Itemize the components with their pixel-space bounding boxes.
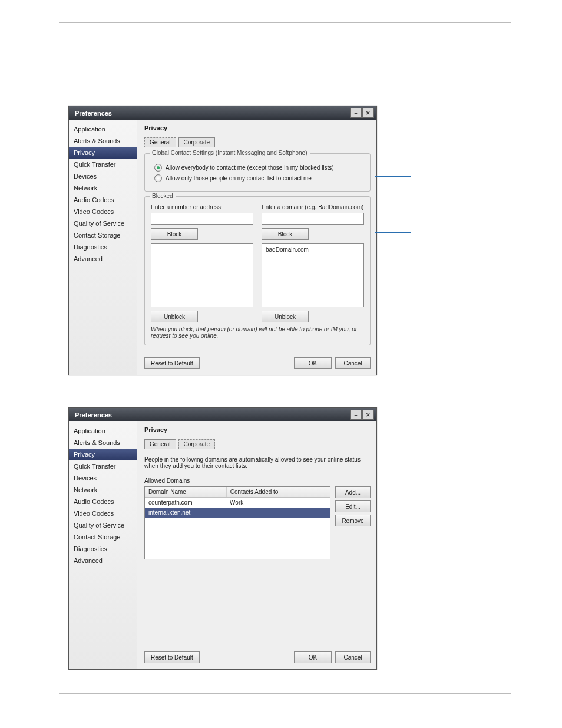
window-title: Preferences [75,411,112,419]
domain-label: Enter a domain: (e.g. BadDomain.com) [262,204,364,210]
allowed-domains-heading: Allowed Domains [144,477,371,484]
sidebar-item-alerts-sounds[interactable]: Alerts & Sounds [69,135,137,147]
address-input[interactable] [151,213,253,225]
list-item[interactable]: badDomain.com [266,246,360,253]
sidebar-item-diagnostics[interactable]: Diagnostics [69,543,137,555]
radio-allow-contacts-only[interactable] [154,174,162,182]
table-row[interactable]: internal.xten.net [145,508,330,518]
sidebar-item-network[interactable]: Network [69,182,137,194]
window-title: Preferences [75,110,112,117]
ok-button[interactable]: OK [294,357,332,369]
address-label: Enter a number or address: [151,204,253,210]
sidebar-item-advanced[interactable]: Advanced [69,555,137,566]
tab-general[interactable]: General [144,439,176,449]
sidebar: Application Alerts & Sounds Privacy Quic… [69,421,137,669]
radio-allow-everybody-label: Allow everybody to contact me (except th… [166,164,334,171]
sidebar-item-devices[interactable]: Devices [69,472,137,484]
sidebar-item-contact-storage[interactable]: Contact Storage [69,229,137,241]
add-button[interactable]: Add... [335,486,371,498]
minimize-button[interactable]: – [350,410,362,420]
remove-button[interactable]: Remove [335,515,371,526]
ok-button[interactable]: OK [294,651,332,663]
blocked-domains-list[interactable]: badDomain.com [262,243,364,307]
group-legend: Global Contact Settings (Instant Messagi… [150,150,310,156]
page-title: Privacy [144,124,371,131]
title-bar: Preferences – ✕ [69,408,376,421]
cancel-button[interactable]: Cancel [335,651,371,663]
block-domain-button[interactable]: Block [262,228,309,240]
close-button[interactable]: ✕ [362,410,374,420]
col-contacts-added-to[interactable]: Contacts Added to [227,487,330,497]
tab-general[interactable]: General [144,137,176,147]
sidebar-item-qos[interactable]: Quality of Service [69,218,137,229]
cancel-button[interactable]: Cancel [335,357,371,369]
sidebar-item-network[interactable]: Network [69,484,137,496]
sidebar-item-audio-codecs[interactable]: Audio Codecs [69,496,137,508]
col-domain-name[interactable]: Domain Name [145,487,227,497]
sidebar-item-video-codecs[interactable]: Video Codecs [69,206,137,218]
tab-corporate[interactable]: Corporate [178,439,215,449]
blocked-addresses-list[interactable] [151,243,253,307]
unblock-domain-button[interactable]: Unblock [262,311,309,322]
sidebar-item-quick-transfer[interactable]: Quick Transfer [69,159,137,170]
sidebar-item-qos[interactable]: Quality of Service [69,519,137,531]
blocked-legend: Blocked [150,193,176,199]
sidebar-item-audio-codecs[interactable]: Audio Codecs [69,194,137,206]
sidebar-item-alerts-sounds[interactable]: Alerts & Sounds [69,437,137,449]
minimize-button[interactable]: – [350,108,362,118]
radio-allow-contacts-only-label: Allow only those people on my contact li… [166,175,312,182]
reset-to-default-button[interactable]: Reset to Default [144,357,200,369]
sidebar-item-contact-storage[interactable]: Contact Storage [69,531,137,543]
sidebar-item-privacy[interactable]: Privacy [69,449,137,460]
corporate-description: People in the following domains are auto… [144,456,371,469]
radio-allow-everybody[interactable] [154,164,162,172]
title-bar: Preferences – ✕ [69,106,376,120]
sidebar-item-diagnostics[interactable]: Diagnostics [69,241,137,253]
page-title: Privacy [144,426,371,433]
sidebar-item-privacy[interactable]: Privacy [69,147,137,159]
edit-button[interactable]: Edit... [335,500,371,512]
sidebar: Application Alerts & Sounds Privacy Quic… [69,120,137,375]
reset-to-default-button[interactable]: Reset to Default [144,651,200,663]
sidebar-item-video-codecs[interactable]: Video Codecs [69,508,137,519]
sidebar-item-quick-transfer[interactable]: Quick Transfer [69,460,137,472]
table-row[interactable]: counterpath.com Work [145,498,330,508]
sidebar-item-devices[interactable]: Devices [69,170,137,182]
sidebar-item-application[interactable]: Application [69,123,137,135]
close-button[interactable]: ✕ [362,108,374,118]
allowed-domains-table: Domain Name Contacts Added to counterpat… [144,486,330,559]
sidebar-item-application[interactable]: Application [69,425,137,437]
unblock-address-button[interactable]: Unblock [151,311,198,322]
tab-corporate[interactable]: Corporate [178,137,215,147]
block-note: When you block, that person (or domain) … [151,326,364,339]
sidebar-item-advanced[interactable]: Advanced [69,253,137,265]
domain-input[interactable] [262,213,364,225]
global-contact-settings-group: Global Contact Settings (Instant Messagi… [144,153,371,192]
block-address-button[interactable]: Block [151,228,198,240]
blocked-group: Blocked Enter a number or address: Block… [144,196,371,345]
